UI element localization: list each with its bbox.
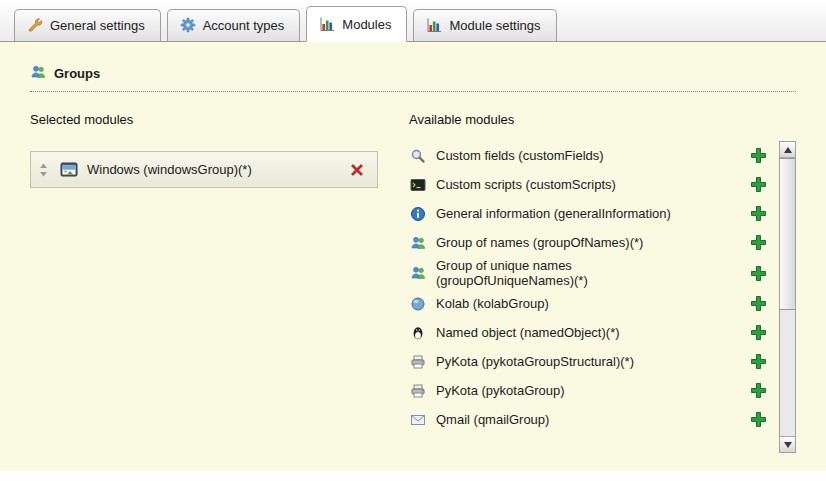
- green-plus-icon: [750, 353, 767, 370]
- available-modules-list: Custom fields (customFields) Custom scri…: [409, 141, 773, 453]
- green-plus-icon: [750, 147, 767, 164]
- groups-section-header: Groups: [30, 64, 796, 92]
- available-module-label: Custom scripts (customScripts): [436, 177, 712, 192]
- up-arrow-icon: [784, 147, 792, 153]
- magnifier-icon: [409, 148, 427, 164]
- tab-account-types[interactable]: Account types: [167, 9, 301, 41]
- add-module-button[interactable]: [750, 353, 767, 370]
- available-module-label: Named object (namedObject)(*): [436, 325, 712, 340]
- selected-modules-column: Selected modules Windows (windowsGroup)(…: [30, 112, 395, 453]
- gear-icon: [180, 17, 196, 33]
- available-module-label: PyKota (pykotaGroupStructural)(*): [436, 354, 712, 369]
- available-modules-heading: Available modules: [409, 112, 796, 127]
- red-x-icon: [349, 162, 365, 178]
- printer-icon: [409, 354, 427, 370]
- available-module-label: PyKota (pykotaGroup): [436, 383, 712, 398]
- selected-modules-list: Windows (windowsGroup)(*): [30, 151, 395, 188]
- available-module-row[interactable]: General information (generalInformation): [409, 199, 773, 228]
- green-plus-icon: [750, 176, 767, 193]
- selected-module-label: Windows (windowsGroup)(*): [87, 162, 341, 177]
- add-module-button[interactable]: [750, 205, 767, 222]
- tab-module-settings[interactable]: Module settings: [413, 9, 556, 41]
- available-module-row[interactable]: Custom scripts (customScripts): [409, 170, 773, 199]
- green-plus-icon: [750, 324, 767, 341]
- available-module-row[interactable]: PyKota (pykotaGroup): [409, 376, 773, 405]
- drag-handle-icon[interactable]: [39, 163, 48, 177]
- envelope-icon: [409, 412, 427, 428]
- modules-chart-icon: [426, 17, 442, 33]
- available-module-row[interactable]: Group of unique names (groupOfUniqueName…: [409, 257, 773, 289]
- green-plus-icon: [750, 411, 767, 428]
- penguin-icon: [409, 325, 427, 341]
- available-module-label: Group of unique names (groupOfUniqueName…: [436, 258, 712, 288]
- green-plus-icon: [750, 265, 767, 282]
- printer-icon: [409, 383, 427, 399]
- kolab-sphere-icon: [409, 296, 427, 312]
- scrollbar[interactable]: [779, 141, 796, 453]
- add-module-button[interactable]: [750, 295, 767, 312]
- available-module-row[interactable]: Group of names (groupOfNames)(*): [409, 228, 773, 257]
- available-module-row[interactable]: Custom fields (customFields): [409, 141, 773, 170]
- group-icon: [409, 265, 427, 281]
- green-plus-icon: [750, 382, 767, 399]
- section-title: Groups: [54, 66, 100, 81]
- scrollbar-thumb[interactable]: [780, 158, 795, 310]
- green-plus-icon: [750, 205, 767, 222]
- add-module-button[interactable]: [750, 234, 767, 251]
- scrollbar-track[interactable]: [780, 158, 795, 436]
- selected-module-row[interactable]: Windows (windowsGroup)(*): [30, 151, 378, 188]
- available-module-label: Kolab (kolabGroup): [436, 296, 712, 311]
- tab-label: Module settings: [449, 18, 540, 33]
- tab-bar: General settings Account types Modules M…: [0, 0, 826, 42]
- available-modules-column: Available modules Custom fields (customF…: [409, 112, 796, 453]
- groups-icon: [30, 64, 46, 83]
- windows-module-icon: [60, 162, 78, 178]
- green-plus-icon: [750, 295, 767, 312]
- green-plus-icon: [750, 234, 767, 251]
- tab-label: Account types: [203, 18, 285, 33]
- scroll-down-button[interactable]: [780, 436, 795, 452]
- add-module-button[interactable]: [750, 382, 767, 399]
- available-module-label: Custom fields (customFields): [436, 148, 712, 163]
- modules-panel: Groups Selected modules Windows (windows…: [0, 42, 826, 471]
- remove-module-button[interactable]: [349, 162, 365, 178]
- modules-chart-icon: [319, 16, 335, 32]
- tab-modules[interactable]: Modules: [306, 6, 407, 42]
- available-module-row[interactable]: Named object (namedObject)(*): [409, 318, 773, 347]
- info-icon: [409, 206, 427, 222]
- wrench-icon: [27, 17, 43, 33]
- tab-label: Modules: [342, 17, 391, 32]
- selected-modules-heading: Selected modules: [30, 112, 395, 127]
- available-module-label: General information (generalInformation): [436, 206, 712, 221]
- add-module-button[interactable]: [750, 411, 767, 428]
- available-module-label: Qmail (qmailGroup): [436, 412, 712, 427]
- add-module-button[interactable]: [750, 147, 767, 164]
- add-module-button[interactable]: [750, 176, 767, 193]
- down-arrow-icon: [784, 442, 792, 448]
- scroll-up-button[interactable]: [780, 142, 795, 158]
- terminal-icon: [409, 177, 427, 193]
- group-icon: [409, 235, 427, 251]
- add-module-button[interactable]: [750, 265, 767, 282]
- tab-label: General settings: [50, 18, 145, 33]
- available-module-label: Group of names (groupOfNames)(*): [436, 235, 712, 250]
- tab-general-settings[interactable]: General settings: [14, 9, 161, 41]
- available-modules-body: Custom fields (customFields) Custom scri…: [409, 141, 796, 453]
- module-columns: Selected modules Windows (windowsGroup)(…: [30, 112, 796, 453]
- add-module-button[interactable]: [750, 324, 767, 341]
- available-module-row[interactable]: Kolab (kolabGroup): [409, 289, 773, 318]
- available-module-row[interactable]: Qmail (qmailGroup): [409, 405, 773, 434]
- available-module-row[interactable]: PyKota (pykotaGroupStructural)(*): [409, 347, 773, 376]
